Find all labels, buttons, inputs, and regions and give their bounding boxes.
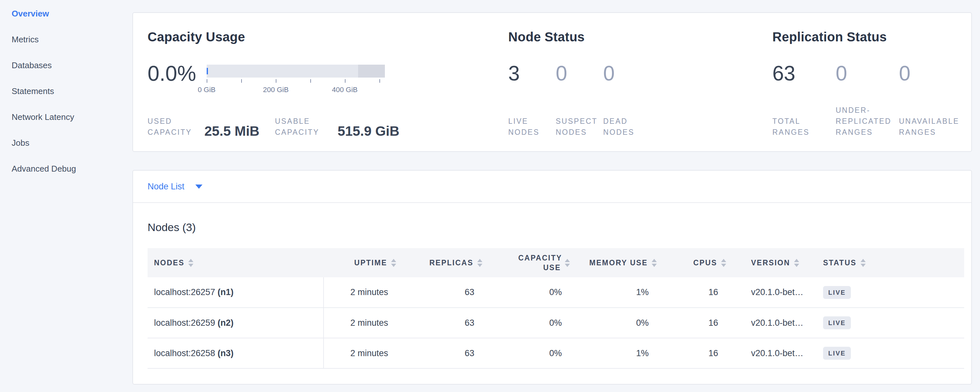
column-header-version[interactable]: VERSION bbox=[734, 248, 815, 277]
column-header-capacity-use-label: CAPACITY USE bbox=[518, 253, 561, 272]
under-replicated-ranges-value: 0 bbox=[836, 63, 899, 84]
usable-capacity-stat: USABLE CAPACITY 515.9 GiB bbox=[275, 116, 399, 138]
node-list-card-header: Node List bbox=[133, 171, 971, 203]
node-address[interactable]: localhost:26258 bbox=[154, 348, 215, 358]
used-capacity-value: 25.5 MiB bbox=[204, 125, 259, 138]
column-header-replicas-label: REPLICAS bbox=[430, 258, 473, 268]
live-nodes-label: LIVE NODES bbox=[508, 116, 556, 138]
capacity-bar-chart: 0 GiB 200 GiB 400 GiB bbox=[207, 65, 385, 94]
version-cell: v20.1.0-bet… bbox=[734, 277, 815, 308]
memory-use-cell: 1% bbox=[578, 338, 665, 368]
total-ranges-stat: 63 TOTAL RANGES bbox=[772, 63, 836, 138]
table-header-row: NODES UPTIME REPLICAS CAPACITY USE MEMOR bbox=[148, 248, 964, 277]
node-list-card-body: Nodes (3) NODES UPTIME REP bbox=[133, 221, 971, 369]
column-header-status[interactable]: STATUS bbox=[815, 248, 964, 277]
column-header-cpus-label: CPUS bbox=[693, 258, 717, 268]
node-id: (n3) bbox=[218, 348, 234, 358]
sort-icon bbox=[652, 259, 657, 267]
column-header-version-label: VERSION bbox=[751, 258, 790, 268]
sort-icon bbox=[794, 259, 799, 267]
column-header-nodes[interactable]: NODES bbox=[148, 248, 323, 277]
sidebar-item-advanced-debug[interactable]: Advanced Debug bbox=[12, 164, 132, 173]
used-capacity-stat: USED CAPACITY 25.5 MiB bbox=[148, 116, 259, 138]
uptime-cell: 2 minutes bbox=[323, 338, 404, 368]
capacity-use-cell: 0% bbox=[490, 308, 578, 338]
table-row[interactable]: localhost:26259 (n2) 2 minutes 63 0% 0% … bbox=[148, 308, 964, 338]
sidebar-item-metrics[interactable]: Metrics bbox=[12, 35, 132, 44]
sidebar-item-network-latency[interactable]: Network Latency bbox=[12, 112, 132, 121]
capacity-use-cell: 0% bbox=[490, 338, 578, 368]
column-header-capacity-use[interactable]: CAPACITY USE bbox=[490, 248, 578, 277]
column-header-memory-use-label: MEMORY USE bbox=[589, 258, 648, 268]
used-capacity-label: USED CAPACITY bbox=[148, 116, 197, 138]
node-list-dropdown[interactable]: Node List bbox=[148, 182, 202, 191]
capacity-use-cell: 0% bbox=[490, 277, 578, 308]
capacity-usage-section: Capacity Usage 0.0% bbox=[148, 29, 508, 138]
nodes-count-heading: Nodes (3) bbox=[148, 221, 964, 234]
status-badge: LIVE bbox=[823, 316, 851, 329]
sidebar-item-jobs[interactable]: Jobs bbox=[12, 138, 132, 147]
under-replicated-ranges-label: UNDER-REPLICATED RANGES bbox=[836, 105, 899, 138]
node-status-title: Node Status bbox=[508, 29, 772, 45]
cpus-cell: 16 bbox=[665, 308, 734, 338]
live-nodes-stat: 3 LIVE NODES bbox=[508, 63, 556, 138]
unavailable-ranges-value: 0 bbox=[899, 63, 962, 84]
replicas-cell: 63 bbox=[404, 338, 490, 368]
capacity-bar-track bbox=[207, 65, 385, 78]
table-row[interactable]: localhost:26257 (n1) 2 minutes 63 0% 1% … bbox=[148, 277, 964, 308]
column-header-uptime[interactable]: UPTIME bbox=[323, 248, 404, 277]
cluster-summary-card: Capacity Usage 0.0% bbox=[132, 12, 972, 152]
capacity-gauge: 0.0% 0 GiB bbox=[148, 63, 508, 94]
memory-use-cell: 0% bbox=[578, 308, 665, 338]
status-badge: LIVE bbox=[823, 347, 851, 360]
usable-capacity-label: USABLE CAPACITY bbox=[275, 116, 330, 138]
total-ranges-label: TOTAL RANGES bbox=[772, 116, 836, 138]
capacity-usage-title: Capacity Usage bbox=[148, 29, 508, 45]
column-header-memory-use[interactable]: MEMORY USE bbox=[578, 248, 665, 277]
capacity-axis-labels: 0 GiB 200 GiB 400 GiB bbox=[207, 86, 385, 94]
nodes-table: NODES UPTIME REPLICAS CAPACITY USE MEMOR bbox=[148, 248, 964, 369]
node-list-dropdown-label: Node List bbox=[148, 182, 185, 191]
usable-capacity-value: 515.9 GiB bbox=[337, 125, 399, 138]
replication-status-section: Replication Status 63 TOTAL RANGES 0 UND… bbox=[772, 29, 962, 138]
suspect-nodes-label: SUSPECT NODES bbox=[556, 116, 603, 138]
memory-use-cell: 1% bbox=[578, 277, 665, 308]
axis-label-0gib: 0 GiB bbox=[197, 86, 215, 94]
dead-nodes-value: 0 bbox=[603, 63, 651, 84]
capacity-bar-used-segment bbox=[207, 68, 208, 74]
total-ranges-value: 63 bbox=[772, 63, 836, 84]
replication-status-title: Replication Status bbox=[772, 29, 962, 45]
column-header-uptime-label: UPTIME bbox=[354, 258, 387, 268]
node-list-card: Node List Nodes (3) NODES UPTIME bbox=[132, 170, 972, 384]
dead-nodes-label: DEAD NODES bbox=[603, 116, 651, 138]
node-address[interactable]: localhost:26257 bbox=[154, 287, 215, 297]
cpus-cell: 16 bbox=[665, 277, 734, 308]
under-replicated-ranges-stat: 0 UNDER-REPLICATED RANGES bbox=[836, 63, 899, 138]
dead-nodes-stat: 0 DEAD NODES bbox=[603, 63, 651, 138]
sidebar-item-statements[interactable]: Statements bbox=[12, 87, 132, 96]
table-row[interactable]: localhost:26258 (n3) 2 minutes 63 0% 1% … bbox=[148, 338, 964, 368]
caret-down-icon bbox=[196, 185, 202, 189]
sidebar-item-databases[interactable]: Databases bbox=[12, 61, 132, 70]
sort-icon bbox=[188, 259, 193, 267]
sort-icon bbox=[391, 259, 396, 267]
node-address[interactable]: localhost:26259 bbox=[154, 318, 215, 328]
replication-status-stats: 63 TOTAL RANGES 0 UNDER-REPLICATED RANGE… bbox=[772, 63, 962, 138]
sort-icon bbox=[721, 259, 726, 267]
sort-icon bbox=[861, 259, 866, 267]
sidebar-item-overview[interactable]: Overview bbox=[12, 9, 132, 18]
column-header-replicas[interactable]: REPLICAS bbox=[404, 248, 490, 277]
axis-label-400gib: 400 GiB bbox=[332, 86, 358, 94]
node-status-stats: 3 LIVE NODES 0 SUSPECT NODES 0 DEAD NODE… bbox=[508, 63, 772, 138]
column-header-nodes-label: NODES bbox=[154, 258, 185, 268]
capacity-axis-ticks bbox=[207, 79, 385, 83]
node-status-section: Node Status 3 LIVE NODES 0 SUSPECT NODES… bbox=[508, 29, 772, 138]
suspect-nodes-value: 0 bbox=[556, 63, 603, 84]
uptime-cell: 2 minutes bbox=[323, 308, 404, 338]
version-cell: v20.1.0-bet… bbox=[734, 308, 815, 338]
node-id: (n2) bbox=[218, 318, 234, 328]
version-cell: v20.1.0-bet… bbox=[734, 338, 815, 368]
column-header-cpus[interactable]: CPUS bbox=[665, 248, 734, 277]
replicas-cell: 63 bbox=[404, 277, 490, 308]
capacity-bar-other-segment bbox=[358, 65, 385, 78]
